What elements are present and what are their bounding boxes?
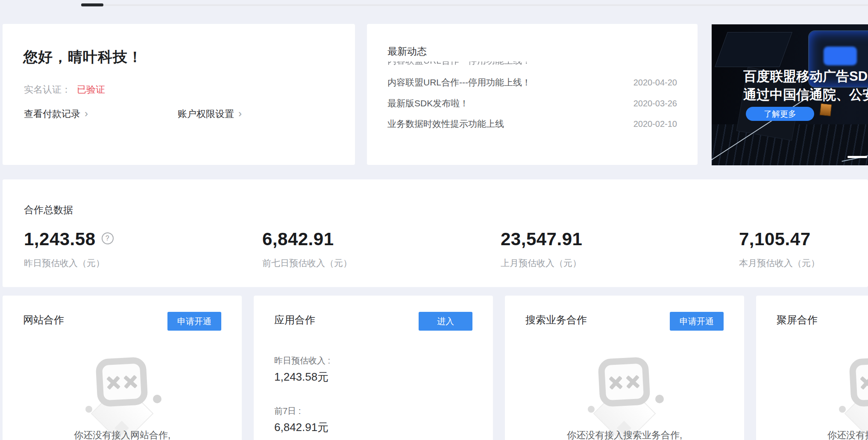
news-item-title: 业务数据时效性提示功能上线: [387, 118, 504, 130]
stat-label: 上月预估收入（元）: [501, 257, 581, 269]
chevron-right-icon: ›: [85, 108, 88, 119]
payment-records-link[interactable]: 查看付款记录›: [24, 108, 88, 120]
news-item-title: 内容联盟URL合作---停用功能上线！: [387, 76, 531, 88]
enter-button[interactable]: 进入: [419, 312, 472, 331]
total-stats-section: 合作总数据 1,243.58? 昨日预估收入（元） 6,842.91 前七日预估…: [3, 179, 868, 287]
empty-state-icon: [585, 355, 664, 432]
verify-status-badge: 已验证: [77, 84, 105, 95]
help-icon[interactable]: ?: [102, 232, 114, 244]
stat-lastmonth-income: 23,547.91 上月预估收入（元）: [501, 179, 731, 287]
stat-value: 6,842.91: [262, 229, 334, 249]
chevron-right-icon: ›: [238, 108, 242, 119]
empty-state-text: 你还没有接入搜索业务合作,: [505, 429, 744, 440]
realname-verify-row: 实名认证：已验证: [24, 83, 105, 96]
apply-open-button[interactable]: 申请开通: [167, 312, 221, 331]
stat-value: 1,243.58?: [24, 229, 114, 249]
banner-headline: 百度联盟移动广告SDK 通过中国信通院、公安部: [743, 67, 868, 104]
empty-state-text: 你还没有接入网站合作,: [3, 429, 242, 440]
learn-more-button[interactable]: 了解更多: [746, 107, 814, 121]
coop-card-title: 搜索业务合作: [525, 313, 587, 327]
news-card: 最新动态 内容联盟URL合作---停用功能上线！ 内容联盟URL合作---停用功…: [367, 24, 698, 165]
stat-value: 7,105.47: [739, 229, 811, 249]
banner-orange-cube-decoration: [820, 103, 832, 117]
empty-state-icon: [83, 355, 161, 432]
payment-records-label: 查看付款记录: [24, 109, 80, 119]
news-item[interactable]: 业务数据时效性提示功能上线 2020-02-10: [387, 116, 677, 132]
stat-value: 23,547.91: [501, 229, 582, 249]
search-coop-card: 搜索业务合作 申请开通 你还没有接入搜索业务合作,: [505, 296, 744, 440]
news-item[interactable]: 最新版SDK发布啦！ 2020-03-26: [387, 95, 677, 111]
app-stat-value: 6,842.91元: [274, 420, 328, 435]
stat-label: 昨日预估收入（元）: [24, 257, 105, 269]
account-permission-link[interactable]: 账户权限设置›: [178, 108, 242, 120]
welcome-card: 您好，晴叶科技！ 实名认证：已验证 查看付款记录› 账户权限设置›: [3, 24, 355, 165]
news-item-clipped: 内容联盟URL合作---停用功能上线！: [387, 62, 646, 67]
empty-state-icon: [836, 355, 868, 432]
app-coop-card: 应用合作 进入 昨日预估收入 : 1,243.58元 前7日 : 6,842.9…: [254, 296, 493, 440]
stat-label: 本月预估收入（元）: [739, 257, 820, 269]
app-stat-value: 1,243.58元: [274, 370, 328, 384]
apply-open-button[interactable]: 申请开通: [670, 312, 724, 331]
coop-card-title: 聚屏合作: [777, 313, 818, 327]
dashboard-page: 您好，晴叶科技！ 实名认证：已验证 查看付款记录› 账户权限设置› 最新动态 内…: [0, 0, 868, 440]
stat-yesterday-income: 1,243.58? 昨日预估收入（元）: [24, 179, 255, 287]
banner-headline-line2: 通过中国信通院、公安部: [743, 85, 868, 104]
banner-cube-decoration: [715, 32, 792, 67]
greeting-title: 您好，晴叶科技！: [23, 47, 143, 67]
banner-headline-line1: 百度联盟移动广告SDK: [743, 67, 868, 85]
verify-label: 实名认证：: [24, 84, 71, 95]
news-item-date: 2020-02-10: [633, 119, 677, 129]
news-item-date: 2020-04-20: [633, 78, 677, 88]
news-card-title: 最新动态: [387, 45, 427, 58]
coop-card-title: 应用合作: [274, 313, 315, 327]
juping-coop-card: 聚屏合作 你还没有接入聚屏合作,: [756, 296, 868, 440]
stat-last7days-income: 6,842.91 前七日预估收入（元）: [262, 179, 493, 287]
news-item-clipped-text: 内容联盟URL合作---停用功能上线！: [387, 62, 646, 67]
stat-thismonth-income: 7,105.47 本月预估收入（元）: [739, 179, 868, 287]
news-item-title: 最新版SDK发布啦！: [387, 97, 469, 109]
stat-value-text: 1,243.58: [24, 229, 96, 249]
carousel-indicator[interactable]: [847, 156, 867, 158]
website-coop-card: 网站合作 申请开通 你还没有接入网站合作,: [3, 296, 242, 440]
empty-state-text: 你还没有接入聚屏合作,: [756, 429, 868, 440]
account-permission-label: 账户权限设置: [178, 109, 234, 119]
stat-label: 前七日预估收入（元）: [262, 257, 352, 269]
top-progress-thumb[interactable]: [81, 3, 103, 6]
app-stat-label: 昨日预估收入 :: [274, 355, 330, 367]
app-stat-label: 前7日 :: [274, 405, 301, 417]
coop-card-title: 网站合作: [23, 313, 64, 327]
promo-banner[interactable]: 百度联盟移动广告SDK 通过中国信通院、公安部 了解更多: [712, 24, 868, 165]
top-progress-track: [81, 4, 868, 6]
news-item-date: 2020-03-26: [633, 99, 677, 109]
news-item[interactable]: 内容联盟URL合作---停用功能上线！ 2020-04-20: [387, 74, 677, 91]
